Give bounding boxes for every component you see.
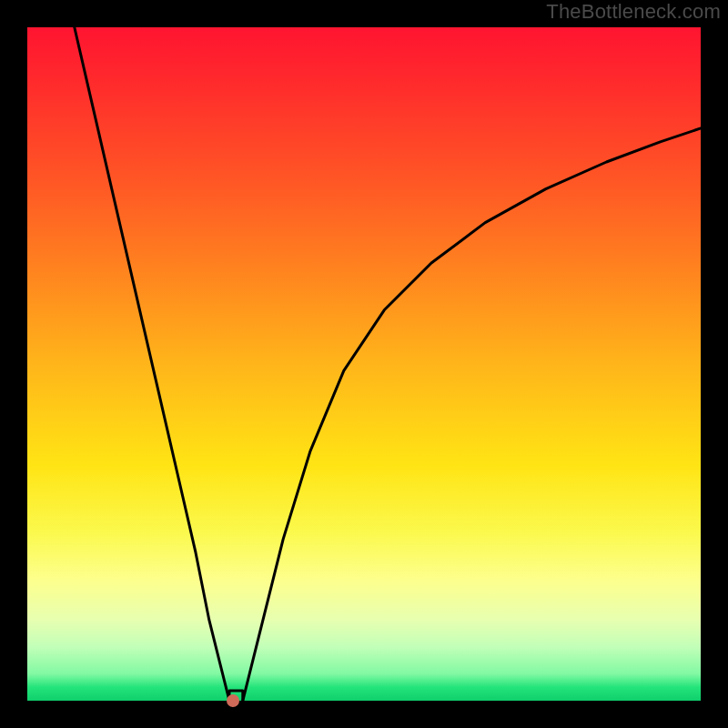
curve-svg (27, 27, 701, 701)
bottleneck-marker (227, 694, 239, 707)
curve-group (75, 27, 701, 701)
plot-area (27, 27, 701, 701)
series-left-branch (75, 27, 229, 701)
watermark-text: TheBottleneck.com (546, 0, 721, 24)
series-right-branch (243, 128, 701, 701)
chart-frame: TheBottleneck.com (0, 0, 728, 728)
